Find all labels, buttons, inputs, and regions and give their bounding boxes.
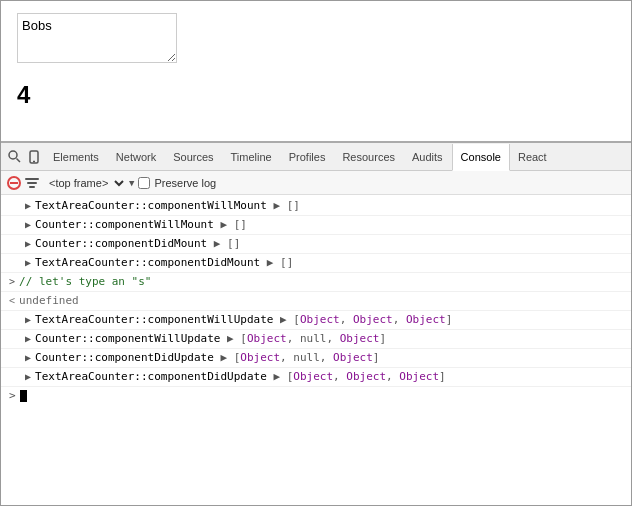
preserve-log-label[interactable]: Preserve log xyxy=(154,177,216,189)
tab-react[interactable]: React xyxy=(510,143,556,170)
tab-elements[interactable]: Elements xyxy=(45,143,108,170)
expand-arrow[interactable]: ▶ xyxy=(25,331,31,347)
console-line-comment: > // let's type an "s" xyxy=(1,273,631,292)
expand-arrow[interactable]: ▶ xyxy=(25,255,31,271)
left-arrow: < xyxy=(9,293,15,309)
expand-arrow[interactable]: ▶ xyxy=(25,369,31,385)
console-line: ▶ Counter::componentWillMount ▶ [] xyxy=(1,216,631,235)
frame-selector-wrap: <top frame> ▼ xyxy=(43,176,134,190)
console-cursor xyxy=(20,390,27,402)
frame-dropdown-arrow[interactable]: ▼ xyxy=(129,178,134,188)
counter-display: 4 xyxy=(17,81,615,109)
clear-console-icon[interactable] xyxy=(7,176,21,190)
mobile-icon[interactable] xyxy=(25,148,43,166)
search-icon[interactable] xyxy=(5,148,23,166)
svg-line-1 xyxy=(16,159,20,163)
right-arrow: > xyxy=(9,274,15,290)
filter-icon[interactable] xyxy=(25,177,39,189)
console-output[interactable]: ▶ TextAreaCounter::componentWillMount ▶ … xyxy=(1,195,631,505)
console-line: ▶ TextAreaCounter::componentDidMount ▶ [… xyxy=(1,254,631,273)
console-line: ▶ Counter::componentDidUpdate ▶ [Object,… xyxy=(1,349,631,368)
console-line: ▶ Counter::componentDidMount ▶ [] xyxy=(1,235,631,254)
console-prompt: > xyxy=(9,389,16,402)
console-line: ▶ Counter::componentWillUpdate ▶ [Object… xyxy=(1,330,631,349)
console-line-undefined: < undefined xyxy=(1,292,631,311)
tab-console[interactable]: Console xyxy=(452,144,510,171)
console-line: ▶ TextAreaCounter::componentWillMount ▶ … xyxy=(1,197,631,216)
expand-arrow[interactable]: ▶ xyxy=(25,217,31,233)
tab-profiles[interactable]: Profiles xyxy=(281,143,335,170)
devtools-toolbar: <top frame> ▼ Preserve log xyxy=(1,171,631,195)
tab-timeline[interactable]: Timeline xyxy=(223,143,281,170)
devtools-tabs: Elements Network Sources Timeline Profil… xyxy=(1,143,631,171)
console-line: ▶ TextAreaCounter::componentWillUpdate ▶… xyxy=(1,311,631,330)
tab-network[interactable]: Network xyxy=(108,143,165,170)
tab-resources[interactable]: Resources xyxy=(334,143,404,170)
console-line: ▶ TextAreaCounter::componentDidUpdate ▶ … xyxy=(1,368,631,387)
bobs-textarea[interactable]: Bobs xyxy=(17,13,177,63)
console-input-line[interactable]: > xyxy=(1,387,631,404)
preserve-log-wrap: Preserve log xyxy=(138,177,216,189)
browser-area: Bobs 4 xyxy=(1,1,631,141)
tab-audits[interactable]: Audits xyxy=(404,143,452,170)
expand-arrow[interactable]: ▶ xyxy=(25,198,31,214)
preserve-log-checkbox[interactable] xyxy=(138,177,150,189)
devtools-panel: Elements Network Sources Timeline Profil… xyxy=(1,141,631,505)
expand-arrow[interactable]: ▶ xyxy=(25,350,31,366)
frame-selector[interactable]: <top frame> xyxy=(43,176,127,190)
expand-arrow[interactable]: ▶ xyxy=(25,312,31,328)
tab-sources[interactable]: Sources xyxy=(165,143,222,170)
expand-arrow[interactable]: ▶ xyxy=(25,236,31,252)
svg-point-0 xyxy=(9,151,17,159)
